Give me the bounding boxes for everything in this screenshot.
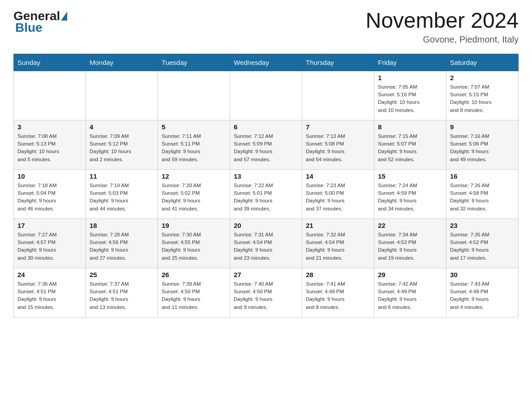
calendar-week-row-3: 10Sunrise: 7:18 AM Sunset: 5:04 PM Dayli… — [14, 169, 519, 218]
day-number: 20 — [234, 222, 298, 229]
calendar-cell — [230, 71, 302, 120]
day-info: Sunrise: 7:32 AM Sunset: 4:54 PM Dayligh… — [306, 231, 370, 262]
day-number: 18 — [90, 222, 154, 229]
weekday-header-friday: Friday — [374, 54, 446, 71]
location-subtitle: Govone, Piedmont, Italy — [365, 34, 519, 45]
day-number: 24 — [17, 271, 82, 278]
calendar-week-row-1: 1Sunrise: 7:05 AM Sunset: 5:16 PM Daylig… — [14, 71, 519, 120]
day-number: 5 — [162, 123, 226, 131]
day-info: Sunrise: 7:13 AM Sunset: 5:08 PM Dayligh… — [306, 133, 370, 163]
day-info: Sunrise: 7:05 AM Sunset: 5:16 PM Dayligh… — [378, 83, 442, 114]
weekday-header-saturday: Saturday — [446, 54, 519, 71]
day-number: 23 — [450, 222, 515, 229]
calendar-cell: 6Sunrise: 7:12 AM Sunset: 5:09 PM Daylig… — [230, 120, 302, 169]
weekday-header-monday: Monday — [86, 54, 158, 71]
calendar-cell — [86, 71, 158, 120]
calendar-week-row-5: 24Sunrise: 7:36 AM Sunset: 4:51 PM Dayli… — [14, 268, 519, 317]
calendar-cell: 26Sunrise: 7:39 AM Sunset: 4:50 PM Dayli… — [158, 268, 230, 317]
weekday-header-thursday: Thursday — [302, 54, 374, 71]
day-info: Sunrise: 7:24 AM Sunset: 4:59 PM Dayligh… — [378, 182, 442, 213]
calendar-cell: 24Sunrise: 7:36 AM Sunset: 4:51 PM Dayli… — [14, 268, 86, 317]
weekday-header-wednesday: Wednesday — [230, 54, 302, 71]
day-info: Sunrise: 7:26 AM Sunset: 4:58 PM Dayligh… — [450, 182, 515, 213]
day-number: 21 — [306, 222, 370, 229]
calendar-cell: 18Sunrise: 7:28 AM Sunset: 4:56 PM Dayli… — [86, 218, 158, 268]
day-number: 3 — [17, 123, 82, 131]
calendar-cell: 23Sunrise: 7:35 AM Sunset: 4:52 PM Dayli… — [446, 218, 519, 268]
day-info: Sunrise: 7:39 AM Sunset: 4:50 PM Dayligh… — [162, 280, 226, 311]
day-number: 1 — [378, 74, 442, 81]
calendar-cell — [14, 71, 86, 120]
day-number: 16 — [450, 172, 515, 180]
day-info: Sunrise: 7:30 AM Sunset: 4:55 PM Dayligh… — [162, 231, 226, 262]
day-info: Sunrise: 7:22 AM Sunset: 5:01 PM Dayligh… — [234, 182, 298, 213]
day-info: Sunrise: 7:28 AM Sunset: 4:56 PM Dayligh… — [90, 231, 154, 262]
day-number: 26 — [162, 271, 226, 278]
calendar-cell: 4Sunrise: 7:09 AM Sunset: 5:12 PM Daylig… — [86, 120, 158, 169]
day-number: 29 — [378, 271, 442, 278]
day-info: Sunrise: 7:43 AM Sunset: 4:48 PM Dayligh… — [450, 280, 515, 311]
calendar-cell: 21Sunrise: 7:32 AM Sunset: 4:54 PM Dayli… — [302, 218, 374, 268]
day-info: Sunrise: 7:20 AM Sunset: 5:02 PM Dayligh… — [162, 182, 226, 213]
day-info: Sunrise: 7:19 AM Sunset: 5:03 PM Dayligh… — [90, 182, 154, 213]
calendar-cell: 7Sunrise: 7:13 AM Sunset: 5:08 PM Daylig… — [302, 120, 374, 169]
day-number: 2 — [450, 74, 515, 81]
day-number: 11 — [90, 172, 154, 180]
logo: General Blue — [13, 9, 68, 35]
day-number: 17 — [17, 222, 82, 229]
day-info: Sunrise: 7:23 AM Sunset: 5:00 PM Dayligh… — [306, 182, 370, 213]
day-number: 12 — [162, 172, 226, 180]
day-info: Sunrise: 7:36 AM Sunset: 4:51 PM Dayligh… — [17, 280, 82, 311]
calendar-cell: 5Sunrise: 7:11 AM Sunset: 5:11 PM Daylig… — [158, 120, 230, 169]
page-header: General Blue November 2024 Govone, Piedm… — [13, 9, 519, 45]
day-info: Sunrise: 7:40 AM Sunset: 4:50 PM Dayligh… — [234, 280, 298, 311]
weekday-header-row: SundayMondayTuesdayWednesdayThursdayFrid… — [14, 54, 519, 71]
day-info: Sunrise: 7:08 AM Sunset: 5:13 PM Dayligh… — [17, 133, 82, 163]
calendar-week-row-4: 17Sunrise: 7:27 AM Sunset: 4:57 PM Dayli… — [14, 218, 519, 268]
calendar-week-row-2: 3Sunrise: 7:08 AM Sunset: 5:13 PM Daylig… — [14, 120, 519, 169]
day-number: 10 — [17, 172, 82, 180]
day-info: Sunrise: 7:16 AM Sunset: 5:06 PM Dayligh… — [450, 133, 515, 163]
day-info: Sunrise: 7:18 AM Sunset: 5:04 PM Dayligh… — [17, 182, 82, 213]
day-info: Sunrise: 7:07 AM Sunset: 5:15 PM Dayligh… — [450, 83, 515, 114]
calendar-cell: 14Sunrise: 7:23 AM Sunset: 5:00 PM Dayli… — [302, 169, 374, 218]
day-number: 7 — [306, 123, 370, 131]
day-number: 13 — [234, 172, 298, 180]
day-number: 19 — [162, 222, 226, 229]
day-number: 15 — [378, 172, 442, 180]
calendar-cell: 22Sunrise: 7:34 AM Sunset: 4:53 PM Dayli… — [374, 218, 446, 268]
calendar-cell — [302, 71, 374, 120]
day-number: 27 — [234, 271, 298, 278]
calendar-cell: 12Sunrise: 7:20 AM Sunset: 5:02 PM Dayli… — [158, 169, 230, 218]
day-number: 25 — [90, 271, 154, 278]
day-info: Sunrise: 7:15 AM Sunset: 5:07 PM Dayligh… — [378, 133, 442, 163]
day-number: 30 — [450, 271, 515, 278]
day-info: Sunrise: 7:09 AM Sunset: 5:12 PM Dayligh… — [90, 133, 154, 163]
calendar-cell: 15Sunrise: 7:24 AM Sunset: 4:59 PM Dayli… — [374, 169, 446, 218]
calendar-cell: 10Sunrise: 7:18 AM Sunset: 5:04 PM Dayli… — [14, 169, 86, 218]
day-info: Sunrise: 7:35 AM Sunset: 4:52 PM Dayligh… — [450, 231, 515, 262]
calendar-cell: 13Sunrise: 7:22 AM Sunset: 5:01 PM Dayli… — [230, 169, 302, 218]
calendar-cell: 29Sunrise: 7:42 AM Sunset: 4:49 PM Dayli… — [374, 268, 446, 317]
calendar-cell: 17Sunrise: 7:27 AM Sunset: 4:57 PM Dayli… — [14, 218, 86, 268]
calendar-cell: 19Sunrise: 7:30 AM Sunset: 4:55 PM Dayli… — [158, 218, 230, 268]
calendar-cell: 28Sunrise: 7:41 AM Sunset: 4:49 PM Dayli… — [302, 268, 374, 317]
day-info: Sunrise: 7:11 AM Sunset: 5:11 PM Dayligh… — [162, 133, 226, 163]
day-info: Sunrise: 7:27 AM Sunset: 4:57 PM Dayligh… — [17, 231, 82, 262]
logo-blue-text: Blue — [15, 21, 43, 34]
calendar-cell: 8Sunrise: 7:15 AM Sunset: 5:07 PM Daylig… — [374, 120, 446, 169]
calendar-cell: 1Sunrise: 7:05 AM Sunset: 5:16 PM Daylig… — [374, 71, 446, 120]
day-info: Sunrise: 7:12 AM Sunset: 5:09 PM Dayligh… — [234, 133, 298, 163]
day-info: Sunrise: 7:37 AM Sunset: 4:51 PM Dayligh… — [90, 280, 154, 311]
month-title: November 2024 — [365, 9, 519, 33]
calendar-cell: 3Sunrise: 7:08 AM Sunset: 5:13 PM Daylig… — [14, 120, 86, 169]
calendar-cell: 11Sunrise: 7:19 AM Sunset: 5:03 PM Dayli… — [86, 169, 158, 218]
day-number: 4 — [90, 123, 154, 131]
calendar-cell — [158, 71, 230, 120]
day-info: Sunrise: 7:42 AM Sunset: 4:49 PM Dayligh… — [378, 280, 442, 311]
day-number: 22 — [378, 222, 442, 229]
logo-triangle-icon — [61, 12, 67, 21]
day-info: Sunrise: 7:41 AM Sunset: 4:49 PM Dayligh… — [306, 280, 370, 311]
day-number: 8 — [378, 123, 442, 131]
calendar-cell: 16Sunrise: 7:26 AM Sunset: 4:58 PM Dayli… — [446, 169, 519, 218]
